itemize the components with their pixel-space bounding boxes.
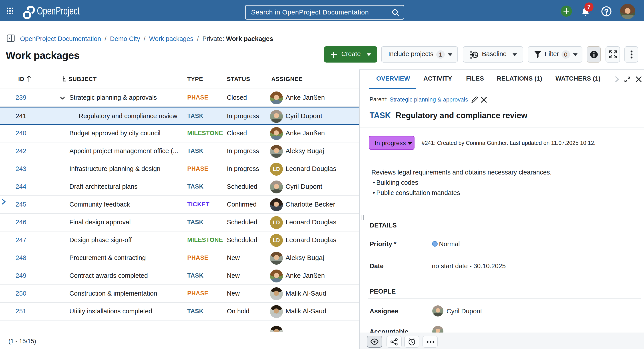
svg-text:OpenProject: OpenProject [37,5,80,17]
